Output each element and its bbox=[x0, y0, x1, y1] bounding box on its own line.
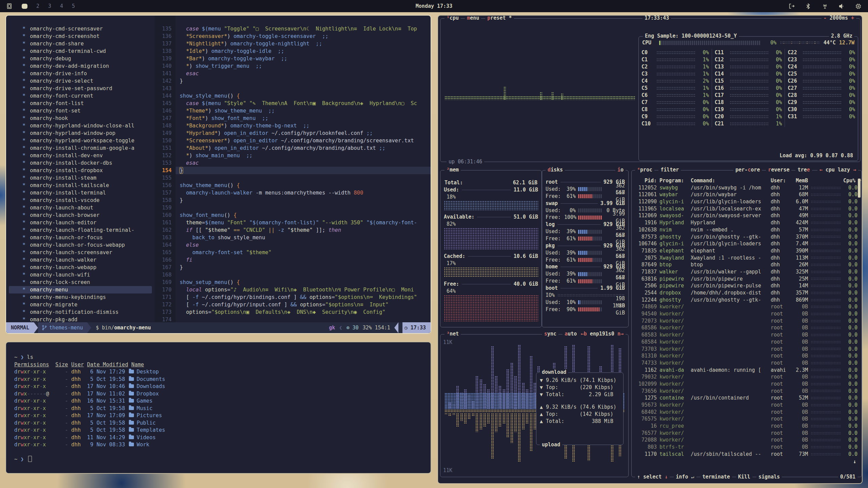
file-row[interactable]: *omarchy-launch-wifi bbox=[9, 271, 152, 279]
chip[interactable]: preset * bbox=[485, 15, 514, 22]
proc-row[interactable]: 68583kworker/root0B0.0 bbox=[632, 331, 862, 339]
file-row[interactable]: *omarchy-font-list bbox=[9, 100, 152, 107]
proc-row[interactable]: 1275containe/usr/bin/containerdroot52M0.… bbox=[632, 394, 862, 402]
file-row[interactable]: *omarchy-install-dev-env bbox=[9, 152, 152, 159]
proc-row[interactable]: 71835elephantelephantdhh390M0.0 bbox=[632, 247, 862, 255]
proc-row[interactable]: 74733kworker/root0B0.0 bbox=[632, 360, 862, 367]
file-row[interactable]: *omarchy-launch-editor bbox=[9, 219, 152, 226]
file-row[interactable]: *omarchy-install-steam bbox=[9, 174, 152, 182]
scroll-down-indicator[interactable]: ↓ bbox=[853, 459, 856, 465]
file-row[interactable]: *omarchy-dev-add-migration bbox=[9, 62, 152, 70]
chip[interactable]: terminate bbox=[701, 473, 732, 481]
file-row[interactable]: *omarchy-hyprland-window-pop bbox=[9, 129, 152, 137]
process-list[interactable]: 112052swaybg/usr/bin/swaybg -i /homdhh12… bbox=[632, 184, 862, 458]
proc-row[interactable]: 16rcu_preeroot0B0.0 bbox=[632, 423, 862, 430]
chip[interactable]: upload bbox=[540, 441, 562, 448]
chip[interactable]: signals bbox=[756, 473, 782, 481]
chip[interactable]: ³net bbox=[445, 330, 461, 338]
proc-row[interactable]: 72088kworker/root0B0.0 bbox=[632, 436, 862, 444]
proc-row[interactable]: 112090glycin-i/usr/lib/glycin-loadersdhh… bbox=[632, 198, 862, 205]
proc-row[interactable]: 111965localsea/usr/lib/localsearch-exdhh… bbox=[632, 205, 862, 212]
proc-row[interactable]: 2544dropbox/home/dhh/.dropbox-distdhh357… bbox=[632, 289, 862, 297]
proc-row[interactable]: 803btrfs-trroot0B0.0 bbox=[632, 444, 862, 451]
file-row[interactable]: *omarchy-migrate bbox=[9, 301, 152, 308]
chip[interactable]: ¹cpu bbox=[445, 15, 461, 22]
chip[interactable]: per-core bbox=[733, 166, 762, 174]
chip[interactable]: 2.8 GHz bbox=[829, 33, 854, 40]
proc-row[interactable]: 87573ghostty/usr/bin/ghostty --gtk-dhh37… bbox=[632, 233, 862, 241]
file-row[interactable]: *omarchy-install-chromium-google-a bbox=[9, 144, 152, 152]
proc-row[interactable]: 73656kworker/root0B0.0 bbox=[632, 388, 862, 395]
file-row[interactable]: *omarchy-launch-walker bbox=[9, 256, 152, 264]
file-row[interactable]: *omarchy-font-set bbox=[9, 107, 152, 115]
proc-row[interactable]: 71837walker/usr/bin/walker --gappldhh325… bbox=[632, 268, 862, 276]
file-row[interactable]: *omarchy-debug bbox=[9, 55, 152, 62]
file-row[interactable]: *omarchy-launch-about bbox=[9, 204, 152, 211]
proc-row[interactable]: 76575kworker/root0B0.0 bbox=[632, 415, 862, 423]
file-row[interactable]: *omarchy-menu-keybindings bbox=[9, 293, 152, 301]
proc-row[interactable]: 87649btopbtopdhh26M0.0 bbox=[632, 261, 862, 268]
proc-row[interactable]: 76577kworker/root0B0.0 bbox=[632, 430, 862, 437]
chip[interactable]: ²mem bbox=[445, 166, 461, 174]
file-row[interactable]: *omarchy-launch-screensaver bbox=[9, 249, 152, 256]
proc-row[interactable]: 68584kworker/root0B0.0 bbox=[632, 339, 862, 346]
chip[interactable]: ← cpu lazy → bbox=[817, 166, 858, 174]
chip[interactable]: 17:33:43 bbox=[643, 15, 671, 22]
file-row[interactable]: *omarchy-cmd-screenshot bbox=[9, 33, 152, 40]
file-row[interactable]: *omarchy-notification-dismiss bbox=[9, 308, 152, 316]
proc-row[interactable]: 63816pipewire/usr/bin/pipewiredhh25M0.0 bbox=[632, 276, 862, 283]
file-row[interactable]: *omarchy-lock-screen bbox=[9, 279, 152, 286]
proc-row[interactable]: 74869kworker/root0B0.0 bbox=[632, 303, 862, 310]
scrollbar-thumb[interactable] bbox=[858, 179, 861, 198]
chip[interactable]: filter bbox=[658, 166, 681, 174]
proc-row[interactable]: 112052swaybg/usr/bin/swaybg -i /homdhh12… bbox=[632, 184, 862, 191]
file-row[interactable]: *omarchy-hyprland-window-close-all bbox=[9, 122, 152, 129]
proc-row[interactable]: 102099kworker/root0B0.0 bbox=[632, 381, 862, 388]
chip[interactable]: reverse bbox=[766, 166, 791, 174]
proc-row[interactable]: 106746glycin-i/usr/lib/glycin-loadersdhh… bbox=[632, 240, 862, 247]
file-row[interactable]: *omarchy-font-current bbox=[9, 92, 152, 100]
chip[interactable]: tree bbox=[795, 166, 812, 174]
file-row[interactable]: *omarchy-install-tailscale bbox=[9, 182, 152, 189]
file-row[interactable]: *omarchy-install-vscode bbox=[9, 197, 152, 204]
chip[interactable]: ↑ select ↓ bbox=[635, 473, 670, 481]
proc-row[interactable]: 2506pipewire/usr/bin/pipewire-pulsedhh14… bbox=[632, 282, 862, 289]
proc-row[interactable]: 1916HyprlandHyprlanddhh424M0.0 bbox=[632, 219, 862, 226]
proc-row[interactable]: 1170tailscal/usr/sbin/tailscaled --root7… bbox=[632, 451, 862, 458]
prompt-line-current[interactable]: ~ ❯ bbox=[14, 456, 431, 463]
file-row[interactable]: *omarchy-launch-or-focus bbox=[9, 234, 152, 241]
chip[interactable]: ←b enp191s0 n→ bbox=[579, 330, 626, 338]
proc-row[interactable]: 2075XwaylandXwayland :1 -rootless -dhh11… bbox=[632, 255, 862, 262]
file-row[interactable]: *omarchy-cmd-screensaver bbox=[9, 25, 152, 33]
proc-row[interactable]: 68402kworker/root0B0.0 bbox=[632, 409, 862, 416]
file-row[interactable]: *omarchy-launch-browser bbox=[9, 211, 152, 219]
chip[interactable]: menu bbox=[465, 15, 481, 22]
chip[interactable]: Eng Sample: 100-000001243-50_Y bbox=[643, 33, 739, 40]
file-row[interactable]: *omarchy-install-dropbox bbox=[9, 167, 152, 174]
editor-window[interactable]: *omarchy-cmd-screensaver*omarchy-cmd-scr… bbox=[5, 15, 431, 334]
file-row[interactable]: *omarchy-drive-select bbox=[9, 77, 152, 85]
proc-row[interactable]: 81310kworker/root0B0.0 bbox=[632, 352, 862, 360]
file-row[interactable]: *omarchy-install-terminal bbox=[9, 189, 152, 197]
proc-row[interactable]: 12244ghostty/usr/bin/ghostty --gtk-dhh86… bbox=[632, 297, 862, 304]
chip[interactable]: disks bbox=[546, 166, 565, 174]
system-monitor-window[interactable]: ¹cpumenupreset * 17:33:43 - 2000ms + up … bbox=[437, 15, 863, 484]
chip[interactable]: download bbox=[540, 369, 568, 376]
file-row[interactable]: *omarchy-launch-or-focus-webapp bbox=[9, 241, 152, 249]
proc-row[interactable]: 68586kworker/root0B0.0 bbox=[632, 324, 862, 331]
file-tree[interactable]: *omarchy-cmd-screensaver*omarchy-cmd-scr… bbox=[6, 16, 155, 322]
chip[interactable]: io bbox=[615, 166, 626, 174]
file-row[interactable]: *omarchy-hyprland-workspace-toggle bbox=[9, 137, 152, 144]
proc-row[interactable]: 79032kworker/root0B0.0 bbox=[632, 373, 862, 381]
chip[interactable]: sync bbox=[542, 330, 558, 338]
file-row[interactable]: *omarchy-hook bbox=[9, 115, 152, 122]
chip[interactable]: Kill bbox=[736, 473, 752, 481]
chip[interactable]: auto bbox=[563, 330, 579, 338]
proc-row[interactable]: 112069swayosd-/usr/bin/swayosd-serverdhh… bbox=[632, 212, 862, 219]
proc-row[interactable]: 102638nvimnvim --embed .dhh57M0.0 bbox=[632, 226, 862, 233]
file-row[interactable]: *omarchy-menu bbox=[9, 286, 152, 293]
file-row[interactable]: *omarchy-drive-info bbox=[9, 70, 152, 77]
chip[interactable]: up 06:31:46 bbox=[447, 158, 484, 165]
proc-row[interactable]: 94540kworker/root0B0.0 bbox=[632, 310, 862, 318]
chip[interactable]: - 2000ms + bbox=[822, 15, 856, 22]
